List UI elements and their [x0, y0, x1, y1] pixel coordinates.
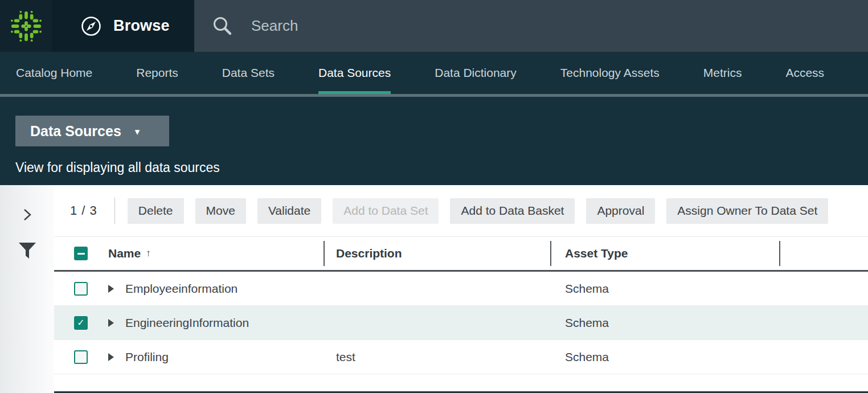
row-asset-type: Schema	[550, 350, 779, 364]
sidebar-expand-button[interactable]	[16, 203, 39, 226]
column-header-description[interactable]: Description	[336, 247, 402, 260]
browse-label: Browse	[113, 17, 170, 35]
nav-tab-metrics[interactable]: Metrics	[703, 52, 742, 94]
search-input[interactable]	[251, 17, 593, 35]
compass-icon	[80, 15, 102, 37]
nav-tab-access[interactable]: Access	[785, 52, 824, 94]
row-asset-type: Schema	[550, 316, 779, 330]
row-checkbox[interactable]	[74, 350, 88, 364]
pagination-indicator: 1 / 3	[70, 203, 97, 218]
row-name-link[interactable]: Employeeinformation	[125, 282, 238, 296]
expand-caret-icon[interactable]	[108, 319, 114, 327]
column-header-extra	[779, 237, 868, 270]
view-selector-dropdown[interactable]: Data Sources ▾	[15, 116, 169, 146]
nav-tab-catalog-home[interactable]: Catalog Home	[16, 52, 92, 94]
actions-toolbar: 1 / 3 Delete Move Validate Add to Data S…	[54, 185, 868, 236]
sort-asc-icon: ↑	[146, 248, 151, 259]
filter-funnel-icon	[18, 241, 37, 261]
row-checkbox[interactable]	[74, 282, 88, 296]
filter-sidebar	[0, 185, 54, 393]
filter-button[interactable]	[16, 240, 39, 263]
column-header-name[interactable]: Name	[108, 247, 141, 260]
validate-button[interactable]: Validate	[257, 198, 321, 224]
row-checkbox[interactable]: ✓	[74, 316, 88, 330]
search-icon	[211, 15, 234, 38]
table-header: Name ↑ Description Asset Type	[54, 236, 868, 272]
chevron-down-icon: ▾	[135, 126, 140, 138]
select-all-checkbox[interactable]	[74, 247, 88, 260]
expand-caret-icon[interactable]	[108, 285, 114, 293]
view-header: Data Sources ▾ View for displaying all d…	[0, 97, 868, 185]
browse-menu-button[interactable]: Browse	[52, 0, 194, 52]
row-asset-type: Schema	[550, 282, 779, 296]
row-name-link[interactable]: EngineeringInformation	[125, 316, 249, 330]
row-description: test	[324, 350, 550, 364]
add-to-data-basket-button[interactable]: Add to Data Basket	[450, 198, 575, 224]
column-header-asset-type[interactable]: Asset Type	[565, 247, 628, 260]
nav-tab-reports[interactable]: Reports	[136, 52, 178, 94]
view-description: View for displaying all data sources	[15, 160, 868, 175]
row-name-link[interactable]: Profiling	[125, 350, 169, 364]
table-row[interactable]: Employeeinformation Schema	[54, 272, 868, 306]
view-selector-label: Data Sources	[30, 123, 121, 140]
checkmark-icon: ✓	[77, 317, 84, 328]
toolbar-divider	[114, 198, 115, 224]
nav-tab-technology-assets[interactable]: Technology Assets	[560, 52, 660, 94]
global-search	[194, 0, 868, 52]
approval-button[interactable]: Approval	[586, 198, 655, 224]
top-app-bar: Browse	[0, 0, 868, 52]
catalog-nav: Catalog Home Reports Data Sets Data Sour…	[0, 52, 868, 94]
content-area: 1 / 3 Delete Move Validate Add to Data S…	[0, 185, 868, 393]
erwin-logo-icon	[10, 10, 43, 43]
nav-tab-data-sources[interactable]: Data Sources	[318, 52, 391, 94]
table-row[interactable]: Profiling test Schema	[54, 340, 868, 374]
table-row[interactable]: ✓ EngineeringInformation Schema	[54, 306, 868, 340]
data-sources-panel: 1 / 3 Delete Move Validate Add to Data S…	[54, 185, 868, 393]
nav-tab-data-sets[interactable]: Data Sets	[222, 52, 275, 94]
move-button[interactable]: Move	[195, 198, 246, 224]
indeterminate-mark-icon	[77, 253, 85, 255]
nav-tab-data-dictionary[interactable]: Data Dictionary	[435, 52, 517, 94]
expand-caret-icon[interactable]	[108, 353, 114, 361]
app-logo-button[interactable]	[0, 0, 52, 52]
add-to-data-set-button: Add to Data Set	[333, 198, 439, 224]
delete-button[interactable]: Delete	[128, 198, 184, 224]
chevron-right-icon	[20, 207, 35, 222]
assign-owner-to-data-set-button[interactable]: Assign Owner To Data Set	[666, 198, 828, 224]
